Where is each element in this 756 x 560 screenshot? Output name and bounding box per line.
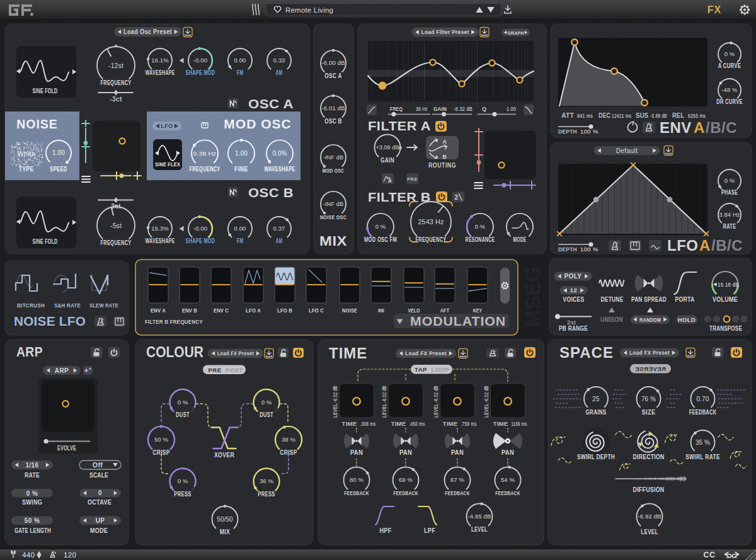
svg-text:FX: FX [707, 4, 721, 15]
svg-text:Remote Living: Remote Living [285, 6, 333, 14]
svg-text:120: 120 [64, 551, 76, 559]
svg-text:440: 440 [22, 551, 35, 559]
svg-text:CC: CC [703, 551, 715, 559]
